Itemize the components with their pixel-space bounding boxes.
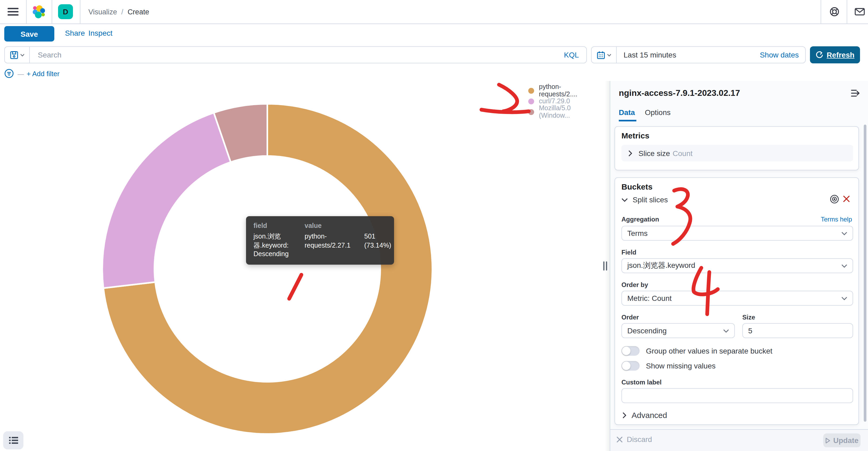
- panel-scrollbar[interactable]: [864, 125, 866, 422]
- toolbar: Save Share Inspect: [0, 24, 868, 44]
- split-slices-accordion[interactable]: Split slices: [621, 195, 668, 204]
- kibana-app: D Visualize / Create Save Share Inspect: [0, 0, 868, 451]
- legend-label: python-requests/2....: [539, 83, 578, 98]
- chevron-right-icon: [628, 150, 632, 156]
- nav-divider: [847, 0, 847, 24]
- nav-divider: [820, 0, 821, 24]
- update-button[interactable]: Update: [823, 433, 861, 447]
- top-nav: D Visualize / Create: [0, 0, 868, 24]
- inspect-button[interactable]: Inspect: [88, 29, 112, 37]
- legend-swatch: [528, 98, 534, 104]
- chevron-down-icon: [20, 54, 24, 56]
- metrics-card: Metrics Slice size Count: [615, 126, 859, 170]
- show-missing-label: Show missing values: [646, 361, 715, 370]
- refresh-button[interactable]: Refresh: [810, 46, 860, 63]
- filter-dash: —: [18, 70, 24, 78]
- chevron-down-icon: [723, 329, 729, 332]
- tab-data-underline: [619, 120, 637, 121]
- saved-query-button[interactable]: [5, 47, 30, 63]
- list-icon: [9, 437, 18, 444]
- query-language-button[interactable]: KQL: [564, 51, 579, 59]
- advanced-accordion[interactable]: Advanced: [622, 411, 667, 420]
- help-icon[interactable]: [829, 6, 840, 17]
- slice-size-row[interactable]: Slice size Count: [621, 145, 853, 161]
- share-button[interactable]: Share: [65, 29, 85, 37]
- date-picker: Last 15 minutes Show dates: [591, 46, 806, 63]
- legend-swatch: [528, 109, 534, 115]
- elastic-logo[interactable]: [32, 5, 46, 19]
- tab-options[interactable]: Options: [645, 108, 671, 117]
- show-dates-button[interactable]: Show dates: [760, 51, 799, 59]
- panel-title: nginx-access-7.9.1-2023.02.17: [619, 88, 740, 98]
- aggregation-label: Aggregation: [621, 216, 659, 223]
- space-avatar[interactable]: D: [58, 4, 73, 19]
- search-box: Search KQL: [4, 46, 587, 63]
- legend-item[interactable]: python-requests/2....: [528, 86, 578, 95]
- refresh-icon: [815, 51, 823, 59]
- add-filter-button[interactable]: + Add filter: [27, 70, 60, 78]
- filter-options-icon[interactable]: [4, 69, 14, 78]
- size-label: Size: [742, 314, 755, 321]
- chevron-down-icon: [841, 264, 847, 267]
- buckets-card: Buckets Split slices Aggregation Terms h…: [615, 177, 859, 425]
- chevron-down-icon: [841, 231, 847, 235]
- order-by-label: Order by: [621, 281, 648, 289]
- field-label: Field: [621, 249, 637, 256]
- slice-size-value: Count: [673, 149, 692, 157]
- breadcrumb-separator: /: [121, 8, 124, 16]
- metrics-heading: Metrics: [621, 131, 649, 140]
- aggregation-select[interactable]: Terms: [621, 226, 853, 241]
- order-label: Order: [621, 314, 639, 321]
- terms-help-link[interactable]: Terms help: [821, 216, 852, 223]
- tooltip-field: json.浏览器.keyword: Descending: [253, 232, 299, 259]
- custom-label-label: Custom label: [621, 379, 662, 386]
- legend-swatch: [528, 88, 534, 93]
- save-button[interactable]: Save: [4, 26, 54, 41]
- tooltip-field-header: field: [253, 222, 299, 229]
- search-input[interactable]: Search: [38, 51, 62, 59]
- chevron-right-icon: [622, 412, 626, 418]
- eye-icon[interactable]: [830, 194, 839, 204]
- remove-bucket-icon[interactable]: [843, 195, 850, 202]
- tab-data[interactable]: Data: [619, 108, 635, 117]
- mail-icon[interactable]: [855, 8, 865, 15]
- query-bar: Search KQL Last 15 minutes Show dates Re…: [0, 44, 868, 66]
- legend-label: curl/7.29.0: [539, 97, 570, 105]
- legend-toggle-button[interactable]: [3, 431, 24, 449]
- breadcrumb: Visualize / Create: [88, 0, 149, 24]
- chart-tooltip: field value json.浏览器.keyword: Descending…: [246, 216, 394, 264]
- tooltip-value: python-requests/2.27.1: [305, 232, 359, 259]
- breadcrumb-visualize[interactable]: Visualize: [88, 8, 117, 16]
- field-select[interactable]: json.浏览器.keyword: [621, 258, 853, 273]
- legend-item[interactable]: Mozilla/5.0 (Window...: [528, 107, 571, 117]
- chevron-down-icon: [841, 296, 847, 300]
- panel-footer: Discard Update: [610, 429, 868, 451]
- chevron-down-icon: [607, 54, 611, 56]
- group-other-toggle[interactable]: [621, 346, 640, 356]
- chevron-down-icon: [621, 198, 628, 201]
- close-icon: [617, 437, 622, 442]
- save-query-icon: [10, 51, 18, 59]
- panel-splitter[interactable]: [602, 81, 610, 451]
- filter-bar: — + Add filter: [0, 66, 868, 81]
- group-other-label: Group other values in separate bucket: [646, 347, 772, 355]
- size-input[interactable]: 5: [742, 323, 853, 338]
- nav-divider: [26, 0, 27, 24]
- order-by-select[interactable]: Metric: Count: [621, 291, 853, 305]
- play-icon: [826, 438, 830, 443]
- time-range-value[interactable]: Last 15 minutes: [624, 51, 676, 59]
- date-quick-select-button[interactable]: [592, 47, 617, 63]
- order-select[interactable]: Descending: [621, 323, 735, 338]
- buckets-heading: Buckets: [621, 182, 653, 191]
- discard-button[interactable]: Discard: [617, 435, 652, 444]
- breadcrumb-create: Create: [127, 8, 149, 16]
- show-missing-toggle[interactable]: [621, 361, 640, 371]
- donut-slice[interactable]: [102, 112, 231, 288]
- menu-icon[interactable]: [7, 7, 19, 16]
- nav-divider: [80, 0, 81, 24]
- tooltip-value-header: value: [305, 222, 359, 229]
- collapse-panel-icon[interactable]: [850, 88, 861, 98]
- custom-label-input[interactable]: [621, 388, 853, 403]
- legend-label: Mozilla/5.0 (Window...: [539, 104, 571, 119]
- donut-chart[interactable]: [0, 81, 602, 451]
